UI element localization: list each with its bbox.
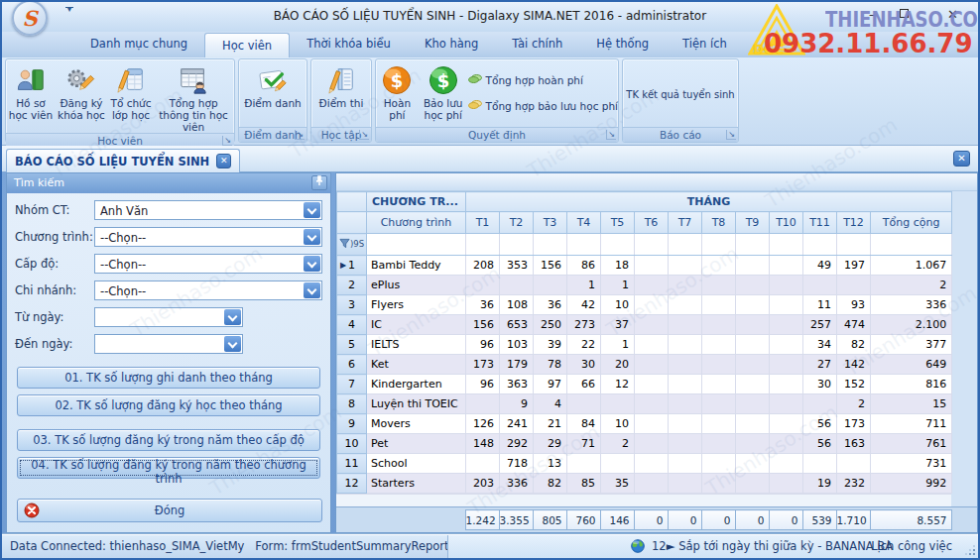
value-cell[interactable] <box>635 434 669 454</box>
value-cell[interactable] <box>635 276 669 295</box>
value-cell[interactable]: 336 <box>500 474 534 494</box>
value-cell[interactable] <box>669 295 702 315</box>
value-cell[interactable] <box>669 276 702 295</box>
value-cell[interactable] <box>635 355 669 375</box>
value-cell[interactable] <box>669 256 702 276</box>
value-cell[interactable] <box>803 454 837 474</box>
value-cell[interactable] <box>770 394 803 414</box>
value-cell[interactable] <box>837 276 871 295</box>
value-cell[interactable] <box>635 414 669 434</box>
value-cell[interactable] <box>702 276 736 295</box>
value-cell[interactable] <box>635 454 669 474</box>
value-cell[interactable]: 82 <box>837 335 871 355</box>
column-header-t11[interactable]: T11 <box>803 212 837 234</box>
value-cell[interactable]: 711 <box>871 414 952 434</box>
ribbon-button-diem-thi[interactable]: Điểm thi <box>314 62 368 109</box>
value-cell[interactable] <box>702 295 736 315</box>
report-button-04[interactable]: 04. TK số lượng đăng ký trong năm theo c… <box>17 457 320 479</box>
dialog-launcher-icon[interactable]: ↘ <box>359 130 369 140</box>
value-cell[interactable] <box>770 355 803 375</box>
row-header-cell[interactable]: 12 <box>337 474 367 494</box>
value-cell[interactable] <box>770 375 803 394</box>
value-cell[interactable] <box>770 295 803 315</box>
value-cell[interactable] <box>770 315 803 335</box>
value-cell[interactable] <box>702 256 736 276</box>
ribbon-link-tk-ket-qua-tuyen-sinh[interactable]: TK kết quả tuyển sinh <box>624 89 736 100</box>
value-cell[interactable] <box>736 434 770 454</box>
value-cell[interactable]: 257 <box>803 315 837 335</box>
value-cell[interactable]: 653 <box>500 315 534 335</box>
value-cell[interactable] <box>567 454 601 474</box>
value-cell[interactable] <box>534 276 567 295</box>
row-header-cell[interactable]: 11 <box>337 454 367 474</box>
row-header-cell[interactable]: 10 <box>337 434 367 454</box>
value-cell[interactable]: 71 <box>567 434 601 454</box>
value-cell[interactable]: 197 <box>837 256 871 276</box>
value-cell[interactable]: 96 <box>466 335 500 355</box>
value-cell[interactable] <box>803 394 837 414</box>
table-row[interactable]: 5IELTS96103392213482377 <box>337 335 952 355</box>
value-cell[interactable]: 15 <box>871 394 952 414</box>
column-header-t7[interactable]: T7 <box>669 212 702 234</box>
value-cell[interactable]: 85 <box>567 474 601 494</box>
filter-cell[interactable] <box>534 234 567 256</box>
combo-chi-nhanh[interactable]: --Chọn-- <box>94 280 322 300</box>
value-cell[interactable]: 142 <box>837 355 871 375</box>
value-cell[interactable] <box>770 335 803 355</box>
minimize-button[interactable]: – <box>869 9 875 21</box>
value-cell[interactable]: 2 <box>601 434 635 454</box>
value-cell[interactable] <box>736 474 770 494</box>
ribbon-button-hoan-phi[interactable]: $Hoàn phí <box>376 62 419 121</box>
value-cell[interactable]: 2 <box>837 394 871 414</box>
filter-cell[interactable] <box>601 234 635 256</box>
value-cell[interactable]: 126 <box>466 414 500 434</box>
program-cell[interactable]: Kindergarten <box>367 375 466 394</box>
value-cell[interactable] <box>635 335 669 355</box>
value-cell[interactable]: 49 <box>803 256 837 276</box>
value-cell[interactable]: 2.100 <box>871 315 952 335</box>
chevron-down-icon[interactable] <box>304 202 320 218</box>
value-cell[interactable]: 56 <box>803 414 837 434</box>
value-cell[interactable]: 30 <box>567 355 601 375</box>
status-schedule-link[interactable]: Lịch công việc <box>871 535 952 558</box>
chevron-down-icon[interactable] <box>224 309 241 325</box>
filter-cell[interactable] <box>803 234 837 256</box>
value-cell[interactable]: 148 <box>466 434 500 454</box>
value-cell[interactable]: 718 <box>500 454 534 474</box>
tab-he-thong[interactable]: Hệ thống <box>579 32 666 57</box>
column-header-t3[interactable]: T3 <box>534 212 567 234</box>
combo-chuong-trinh[interactable]: --Chọn-- <box>94 227 322 247</box>
value-cell[interactable] <box>736 375 770 394</box>
combo-cap-do[interactable]: --Chọn-- <box>94 254 322 274</box>
column-header-t6[interactable]: T6 <box>635 212 669 234</box>
filter-cell[interactable] <box>669 234 702 256</box>
value-cell[interactable] <box>736 355 770 375</box>
program-cell[interactable]: Pet <box>367 434 466 454</box>
value-cell[interactable]: 9 <box>500 394 534 414</box>
tab-tien-ich[interactable]: Tiện ích <box>666 32 744 57</box>
value-cell[interactable] <box>736 394 770 414</box>
value-cell[interactable]: 10 <box>601 414 635 434</box>
value-cell[interactable] <box>466 454 500 474</box>
value-cell[interactable] <box>635 256 669 276</box>
value-cell[interactable] <box>567 394 601 414</box>
row-header-cell[interactable]: 4 <box>337 315 367 335</box>
value-cell[interactable]: 2 <box>871 276 952 295</box>
value-cell[interactable]: 250 <box>534 315 567 335</box>
program-cell[interactable]: School <box>367 454 466 474</box>
value-cell[interactable]: 336 <box>871 295 952 315</box>
column-header-t2[interactable]: T2 <box>500 212 534 234</box>
program-cell[interactable]: ePlus <box>367 276 466 295</box>
row-header-cell[interactable]: 9 <box>337 414 367 434</box>
value-cell[interactable] <box>601 454 635 474</box>
value-cell[interactable]: 273 <box>567 315 601 335</box>
value-cell[interactable]: 474 <box>837 315 871 335</box>
ribbon-link-tong-hop-bao-luu-hoc-phi[interactable]: Tổng hợp bảo lưu học phí <box>468 99 618 112</box>
document-tab-close-icon[interactable] <box>216 154 231 168</box>
value-cell[interactable] <box>770 434 803 454</box>
column-header-t12[interactable]: T12 <box>837 212 871 234</box>
value-cell[interactable]: 992 <box>871 474 952 494</box>
tab-thoi-khoa-bieu[interactable]: Thời khóa biểu <box>290 32 408 57</box>
value-cell[interactable]: 761 <box>871 434 952 454</box>
value-cell[interactable]: 27 <box>803 355 837 375</box>
